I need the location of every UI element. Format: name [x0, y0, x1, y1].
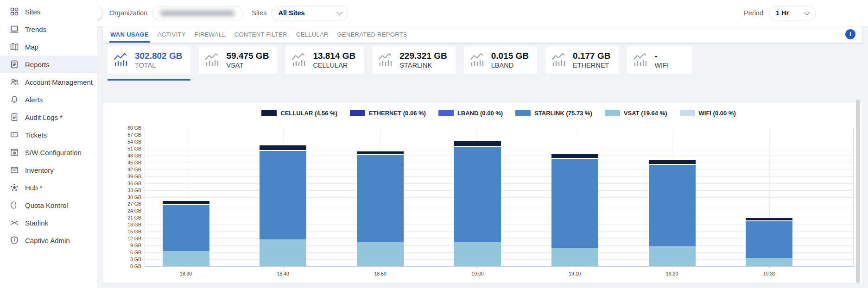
bar-segment-starlink: [551, 158, 598, 247]
sidebar-item-label: S/W Configuration: [25, 149, 82, 157]
chevron-down-icon: [804, 9, 810, 15]
metric-card-cellular[interactable]: 13.814 GBCELLULAR: [285, 46, 364, 74]
metric-label: WIFI: [654, 62, 669, 69]
info-icon[interactable]: i: [845, 29, 855, 39]
sidebar-item-label: Captive Admin: [25, 237, 70, 244]
mini-chart-icon: [551, 52, 568, 67]
sidebar-item-account-management[interactable]: Account Management: [0, 73, 97, 91]
sidebar-item-audit-logs[interactable]: Audit Logs *: [0, 108, 97, 126]
legend-item-vsat[interactable]: VSAT (19.64 %): [605, 110, 667, 117]
bar-segment-vsat: [746, 258, 792, 266]
sidebar-item-label: Reports: [25, 61, 50, 69]
metric-value: 0.177 GB: [573, 51, 610, 62]
tab-firewall[interactable]: FIREWALL: [195, 26, 226, 43]
y-axis-tick-label: 42 GB: [105, 167, 141, 172]
legend-item-starlink[interactable]: STARLINK (75.73 %): [515, 110, 592, 117]
x-axis-tick-label: 18:30: [180, 271, 192, 276]
y-axis-tick-label: 24 GB: [105, 208, 141, 213]
chevron-down-icon: [337, 9, 343, 15]
sidebar-item-label: Sites: [25, 8, 40, 16]
metric-card-vsat[interactable]: 59.475 GBVSAT: [199, 46, 277, 74]
bar-segment-starlink: [260, 150, 306, 239]
sidebar-item-tickets[interactable]: Tickets: [0, 126, 97, 144]
tab-activity[interactable]: ACTIVITY: [158, 26, 186, 43]
wan-usage-chart-card: CELLULAR (4.56 %)ETHERNET (0.06 %)LBAND …: [103, 103, 862, 283]
mini-chart-icon: [469, 52, 486, 67]
legend-item-wifi[interactable]: WIFI (0.00 %): [680, 110, 736, 117]
metric-label: VSAT: [226, 62, 269, 69]
metric-card-ethernet[interactable]: 0.177 GBETHERNET: [545, 46, 619, 74]
bar-segment-starlink: [454, 146, 501, 242]
sites-select[interactable]: All Sites: [271, 6, 348, 20]
tab-content-filter[interactable]: CONTENT FILTER: [234, 26, 287, 43]
sidebar-item-label: Starlink: [25, 219, 48, 227]
sidebar-item-label: Trends: [25, 25, 46, 33]
starlink-icon: [10, 218, 19, 227]
legend-label: VSAT (19.64 %): [624, 110, 667, 117]
sidebar-item-captive-admin[interactable]: Captive Admin: [0, 232, 97, 249]
sidebar-item-alerts[interactable]: Alerts: [0, 91, 97, 108]
period-select[interactable]: 1 Hr: [769, 6, 816, 20]
sidebar-item-sites[interactable]: Sites: [0, 3, 97, 20]
legend-item-lband[interactable]: LBAND (0.00 %): [438, 110, 503, 117]
sidebar-item-starlink[interactable]: Starlink: [0, 214, 97, 232]
sidebar-item-label: Quota Kontrol: [25, 201, 68, 209]
captive-admin-icon: [10, 236, 19, 245]
x-axis-tick-label: 19:30: [763, 271, 775, 276]
metric-card-lband[interactable]: 0.015 GBLBAND: [464, 46, 537, 74]
sw-configuration-icon: [10, 148, 19, 157]
y-axis-tick-label: 0 GB: [105, 263, 141, 269]
legend-label: STARLINK (75.73 %): [534, 110, 592, 117]
metric-card-starlink[interactable]: 229.321 GBSTARLINK: [372, 46, 455, 74]
metric-card-wifi[interactable]: -WIFI: [627, 46, 692, 74]
metric-value: -: [654, 51, 669, 62]
sidebar-item-s-w-configuration[interactable]: S/W Configuration: [0, 144, 97, 161]
bar-segment-cellular: [163, 200, 209, 204]
sites-icon: [10, 7, 19, 16]
legend-swatch: [438, 110, 454, 116]
y-axis-tick-label: 12 GB: [105, 236, 141, 241]
x-axis-tick-label: 19:20: [666, 271, 678, 276]
sidebar-item-label: Account Management: [25, 78, 93, 86]
mini-chart-icon: [291, 52, 308, 67]
metric-cards: 302.802 GBTOTAL59.475 GBVSAT13.814 GBCEL…: [108, 46, 692, 74]
legend-swatch: [350, 110, 365, 116]
x-axis-tick-label: 18:50: [374, 271, 386, 276]
sidebar-item-trends[interactable]: Trends: [0, 20, 97, 38]
x-axis-tick-label: 19:10: [569, 271, 581, 276]
y-axis-tick-label: 36 GB: [105, 181, 141, 186]
sites-label: Sites: [252, 9, 266, 17]
bar-segment-starlink: [163, 204, 209, 251]
sidebar-item-reports[interactable]: Reports: [0, 56, 97, 73]
legend-item-cellular[interactable]: CELLULAR (4.56 %): [261, 110, 337, 117]
sidebar-item-hub[interactable]: Hub *: [0, 179, 97, 196]
y-axis-tick-label: 21 GB: [105, 215, 141, 220]
legend-swatch: [515, 110, 531, 116]
sidebar-item-inventory[interactable]: Inventory: [0, 161, 97, 179]
bar-segment-vsat: [649, 246, 696, 266]
tab-cellular[interactable]: CELLULAR: [296, 26, 329, 43]
metric-card-total[interactable]: 302.802 GBTOTAL: [108, 46, 190, 74]
hub-icon: [10, 183, 19, 192]
legend-swatch: [605, 110, 620, 116]
tab-generated-reports[interactable]: GENERATED REPORTS: [337, 26, 407, 43]
bar-segment-starlink: [357, 154, 404, 242]
organization-select[interactable]: [152, 6, 243, 20]
y-axis-tick-label: 33 GB: [105, 188, 141, 193]
tab-wan-usage[interactable]: WAN USAGE: [110, 26, 149, 43]
legend-label: LBAND (0.00 %): [457, 110, 503, 117]
sidebar-item-label: Inventory: [25, 166, 54, 174]
vertical-scrollbar[interactable]: [856, 100, 860, 283]
sidebar-item-map[interactable]: Map: [0, 38, 97, 56]
x-axis-tick-label: 18:40: [277, 271, 289, 276]
h-gridline: [145, 128, 853, 128]
period-select-value: 1 Hr: [776, 9, 789, 17]
legend-item-ethernet[interactable]: ETHERNET (0.06 %): [350, 110, 426, 117]
sidebar-item-label: Map: [25, 43, 38, 51]
y-axis-tick-label: 39 GB: [105, 174, 141, 179]
sidebar-item-quota-kontrol[interactable]: Quota Kontrol: [0, 196, 97, 214]
bar-segment-cellular: [454, 140, 501, 145]
metric-label: LBAND: [491, 62, 529, 69]
bar-segment-cellular: [551, 153, 598, 158]
bar-segment-cellular: [260, 144, 306, 150]
